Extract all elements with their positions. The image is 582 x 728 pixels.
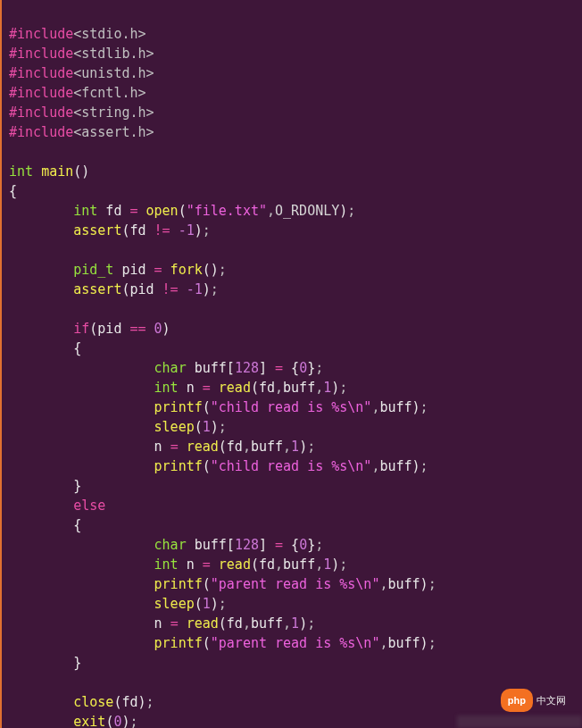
code-block: #include<stdio.h> #include<stdlib.h> #in… [9,4,575,728]
type: int [73,203,97,219]
badge-text: 中文网 [536,690,566,710]
func-name: main [41,163,73,180]
watermark-badge: php 中文网 [501,689,566,712]
include-hdr: <string.h> [73,105,154,121]
blur-strip [457,715,582,728]
include-hdr: <stdio.h> [73,26,146,42]
include-hdr: <unistd.h> [73,65,154,81]
keyword-if: if [73,321,89,337]
include-dir: #include [9,124,73,140]
include-dir: #include [9,105,73,121]
include-hdr: <assert.h> [73,124,154,140]
include-hdr: <fcntl.h> [73,85,146,101]
brace: { [9,183,17,199]
include-dir: #include [9,85,73,101]
include-hdr: <stdlib.h> [73,46,154,62]
badge-pill: php [501,689,533,712]
include-dir: #include [9,65,73,81]
keyword-else: else [73,498,105,514]
string-lit: "file.txt" [187,203,267,219]
params: () [73,163,89,180]
include-dir: #include [9,46,73,62]
return-type: int [9,163,33,180]
include-dir: #include [9,26,73,42]
